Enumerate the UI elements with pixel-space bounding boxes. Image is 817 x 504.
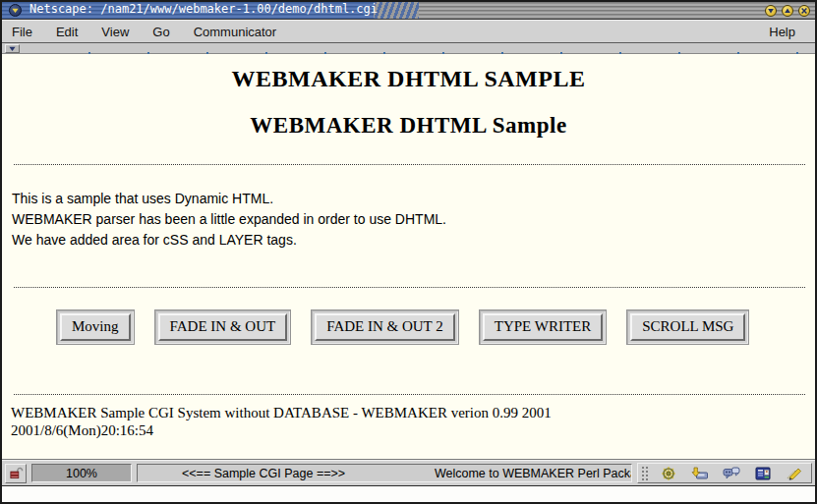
- arrow-down-icon: [767, 7, 775, 15]
- moving-button[interactable]: Moving: [60, 313, 131, 341]
- menu-file[interactable]: File: [12, 23, 42, 41]
- maximize-button[interactable]: [782, 5, 793, 17]
- discussion-bubbles-icon: [723, 466, 740, 481]
- demo-button-row: Moving FADE IN & OUT FADE IN & OUT 2 TYP…: [56, 309, 815, 345]
- button-frame: Moving: [56, 309, 135, 345]
- scroll-msg-button[interactable]: SCROLL MSG: [630, 313, 745, 341]
- divider: [14, 287, 805, 288]
- composer-button[interactable]: [780, 464, 809, 482]
- unlocked-padlock-icon: [9, 466, 24, 480]
- expand-triangle-icon: [9, 46, 16, 52]
- title-bar[interactable]: Netscape: /nam21/www/webmaker-1.00/demo/…: [2, 2, 815, 20]
- component-bar: [637, 463, 812, 483]
- inbox-mail-icon: [691, 466, 709, 481]
- menu-go[interactable]: Go: [152, 23, 179, 41]
- fade-in-out-button[interactable]: FADE IN & OUT: [158, 313, 288, 341]
- toolbar-expand-tab[interactable]: [5, 44, 20, 53]
- footer-timestamp: 2001/8/6(Mon)20:16:54: [11, 422, 815, 440]
- navigator-button[interactable]: [654, 464, 683, 482]
- title-bar-stripes: [374, 2, 419, 19]
- security-button[interactable]: [5, 464, 27, 483]
- addressbook-button[interactable]: [748, 464, 778, 482]
- progress-value: 100%: [66, 467, 97, 480]
- discussions-button[interactable]: [717, 464, 746, 482]
- button-frame: TYPE WRITER: [479, 309, 607, 345]
- window-bottom-strip: [2, 485, 815, 502]
- button-frame: FADE IN & OUT 2: [311, 309, 459, 345]
- type-writer-button[interactable]: TYPE WRITER: [483, 313, 603, 341]
- close-button[interactable]: [798, 5, 810, 17]
- status-message-box: <<== Sample CGI Page ==>> Welcome to WEB…: [137, 464, 632, 482]
- chevron-down-icon: [11, 6, 20, 15]
- menu-help[interactable]: Help: [769, 23, 805, 41]
- netscape-window: Netscape: /nam21/www/webmaker-1.00/demo/…: [0, 0, 817, 504]
- navigator-wheel-icon: [660, 466, 677, 481]
- composer-pen-icon: [786, 466, 803, 481]
- divider: [14, 394, 805, 395]
- menu-view[interactable]: View: [101, 23, 139, 41]
- menu-communicator[interactable]: Communicator: [194, 23, 287, 41]
- status-message-scrolling: Welcome to WEBMAKER Perl Packa: [435, 467, 632, 480]
- paragraph-line: We have added area for cSS and LAYER tag…: [12, 230, 815, 251]
- progress-indicator: 100%: [31, 464, 132, 482]
- menu-bar: File Edit View Go Communicator Help: [2, 20, 815, 43]
- close-icon: [800, 7, 808, 15]
- page-subtitle: WEBMAKER DHTML Sample: [2, 113, 815, 138]
- page-footer: WEBMAKER Sample CGI System without DATAB…: [11, 405, 815, 439]
- component-bar-drag-handle[interactable]: [640, 465, 650, 481]
- paragraph-line: This is a sample that uses Dynamic HTML.: [12, 189, 815, 209]
- window-title: Netscape: /nam21/www/webmaker-1.00/demo/…: [29, 2, 378, 20]
- intro-paragraph: This is a sample that uses Dynamic HTML.…: [12, 189, 815, 251]
- collapsed-toolbar-strip: [2, 43, 815, 54]
- fade-in-out-2-button[interactable]: FADE IN & OUT 2: [315, 313, 455, 341]
- minimize-button[interactable]: [765, 5, 777, 17]
- menu-edit[interactable]: Edit: [56, 23, 88, 41]
- window-menu-icon[interactable]: [9, 4, 22, 17]
- footer-credit: WEBMAKER Sample CGI System without DATAB…: [11, 405, 815, 422]
- paragraph-line: WEBMAKER parser has been a little expand…: [12, 209, 815, 230]
- address-book-icon: [754, 466, 772, 481]
- browser-page: WEBMAKER DHTML SAMPLE WEBMAKER DHTML Sam…: [2, 54, 815, 460]
- status-message: <<== Sample CGI Page ==>>: [182, 467, 345, 480]
- inbox-button[interactable]: [685, 464, 715, 482]
- button-frame: FADE IN & OUT: [154, 309, 292, 345]
- button-frame: SCROLL MSG: [626, 309, 749, 345]
- arrow-up-icon: [784, 7, 791, 15]
- window-controls: [765, 5, 810, 17]
- status-bar: 100% <<== Sample CGI Page ==>> Welcome t…: [2, 460, 815, 485]
- page-title: WEBMAKER DHTML SAMPLE: [2, 66, 815, 91]
- divider: [14, 164, 805, 165]
